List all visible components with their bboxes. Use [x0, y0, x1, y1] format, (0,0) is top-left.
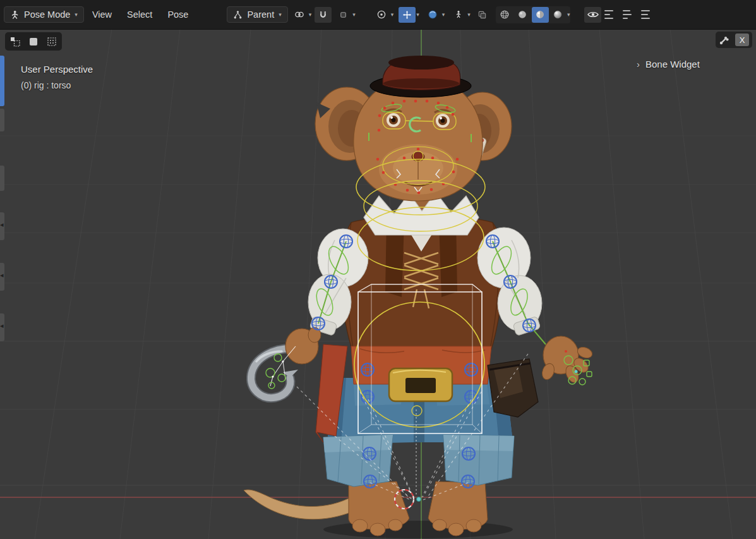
region-expand-arrow[interactable]: ◂	[0, 272, 4, 279]
wireframe-sphere-icon	[500, 9, 510, 20]
chevron-down-icon: ▾	[309, 12, 312, 18]
transform-orientation-label: Parent	[247, 9, 274, 20]
rendered-sphere-icon	[553, 9, 563, 20]
chevron-down-icon: ▾	[567, 12, 570, 18]
list-lines-icon	[623, 9, 637, 20]
snap-toggle-button[interactable]	[315, 7, 332, 23]
select-extend-icon	[28, 36, 39, 47]
active-object-label: (0) rig : torso	[21, 78, 93, 94]
snap-target-dropdown[interactable]: ▾	[333, 7, 357, 23]
bone-corner-icon[interactable]	[719, 34, 730, 45]
view-perspective-label: User Perspective	[21, 61, 93, 78]
magnet-icon	[318, 10, 328, 20]
region-expand-arrow[interactable]: ◂	[0, 322, 4, 329]
pivot-point-icon	[294, 9, 304, 20]
blender-window: { "icons": { "chevron_down": "▾", "chevr…	[0, 0, 756, 539]
select-set-icon	[9, 36, 21, 47]
gizmos-toggle-dropdown[interactable]: ▾	[397, 7, 421, 23]
transform-orientation-dropdown[interactable]: Parent ▾	[227, 6, 287, 23]
select-mode-subtract-button[interactable]	[44, 34, 60, 49]
proportional-edit-icon	[376, 9, 387, 20]
bone-point-dot	[417, 497, 421, 502]
proportional-edit-dropdown[interactable]: ▾	[371, 7, 396, 23]
move-gizmo-icon	[402, 10, 412, 20]
chevron-down-icon: ▾	[442, 12, 445, 18]
eye-icon	[587, 11, 599, 18]
region-corner-controls: X	[716, 32, 752, 48]
close-button[interactable]: X	[735, 33, 749, 46]
viewport-canvas[interactable]	[0, 0, 756, 539]
sidebar-tab-label: Bone Widget	[645, 59, 700, 70]
shading-mode-group: ▾	[496, 6, 571, 23]
sidebar-tab-bone-widget[interactable]: › Bone Widget	[637, 59, 700, 70]
region-expand-arrow[interactable]: ◂	[0, 221, 4, 228]
select-mode-set-button[interactable]	[7, 34, 23, 49]
chevron-down-icon: ▾	[279, 12, 282, 18]
chevron-down-icon: ▾	[75, 12, 78, 18]
viewport-info-overlay: User Perspective (0) rig : torso	[21, 61, 93, 94]
select-mode-extend-button[interactable]	[25, 34, 42, 49]
solid-sphere-icon	[517, 9, 527, 20]
overlays-toggle-dropdown[interactable]: ▾	[423, 7, 447, 23]
xray-icon	[477, 10, 487, 20]
shading-material-button[interactable]	[532, 7, 549, 23]
shading-solid-button[interactable]	[514, 7, 531, 23]
pose-figure-icon	[10, 10, 20, 20]
character-model[interactable]	[244, 56, 594, 538]
material-sphere-icon	[535, 9, 545, 20]
active-tool-tab[interactable]	[0, 56, 4, 106]
vest-torso	[340, 216, 505, 354]
viewport-header: Pose Mode ▾ View Select Pose Parent ▾ ▾	[0, 0, 756, 30]
hook-hand	[251, 327, 321, 398]
mode-selector-label: Pose Mode	[24, 9, 70, 20]
tail	[244, 490, 363, 519]
menu-pose[interactable]: Pose	[160, 6, 195, 23]
menu-select[interactable]: Select	[120, 6, 159, 23]
boots	[323, 435, 514, 487]
menu-view[interactable]: View	[85, 6, 119, 23]
lines-icon-1[interactable]	[603, 7, 620, 23]
list-lines-icon	[641, 9, 655, 20]
list-lines-icon	[604, 9, 618, 20]
chevron-down-icon: ▾	[391, 12, 394, 18]
chevron-down-icon: ▾	[352, 12, 356, 18]
transform-orientation-icon	[233, 10, 243, 20]
region-collapse-tab[interactable]	[0, 166, 4, 191]
figure-icon	[454, 10, 463, 19]
overlays-icon	[428, 9, 438, 20]
shading-rendered-button[interactable]	[549, 7, 567, 23]
chevron-right-icon: ›	[637, 59, 640, 70]
chevron-down-icon: ▾	[467, 12, 471, 18]
xray-toggle-button[interactable]	[474, 7, 491, 23]
pivot-point-dropdown[interactable]: ▾	[289, 7, 314, 23]
select-mode-toolbar	[5, 32, 62, 51]
snap-target-icon	[339, 10, 348, 20]
armature-options-dropdown[interactable]: ▾	[448, 7, 472, 23]
select-subtract-icon	[46, 36, 57, 47]
shading-wireframe-button[interactable]	[496, 7, 513, 23]
region-collapse-tab[interactable]	[0, 109, 4, 131]
chevron-down-icon: ▾	[416, 12, 419, 18]
lines-icon-3[interactable]	[639, 7, 656, 23]
hat	[370, 56, 471, 97]
mode-selector-dropdown[interactable]: Pose Mode ▾	[4, 6, 84, 23]
visibility-button[interactable]	[584, 7, 601, 23]
lines-icon-2[interactable]	[621, 7, 638, 23]
